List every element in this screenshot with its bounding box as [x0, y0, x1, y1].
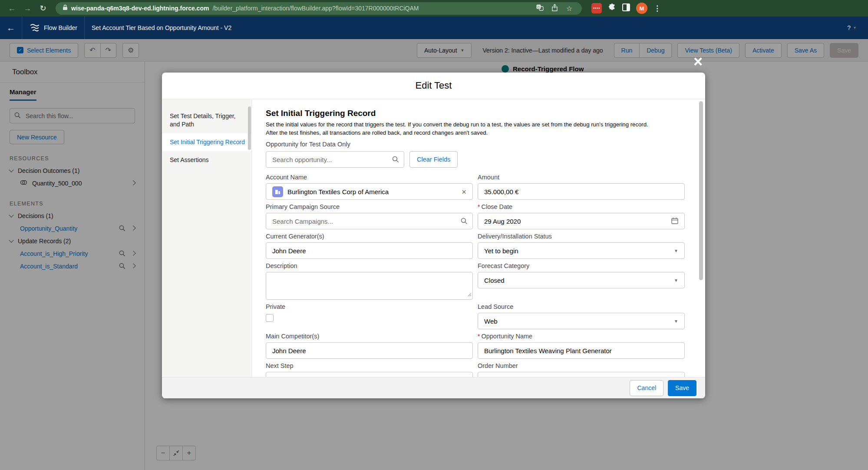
- field-delivery-status: Delivery/Installation Status Yet to begi…: [478, 232, 685, 259]
- nav-scrollbar-thumb[interactable]: [248, 106, 251, 150]
- field-label: Primary Campaign Source: [266, 203, 473, 211]
- section-description: Set the initial values for the record th…: [266, 120, 690, 137]
- current-generators-input[interactable]: [266, 242, 473, 259]
- browser-back-icon[interactable]: ←: [5, 4, 18, 13]
- order-number-input[interactable]: [478, 372, 685, 377]
- bookmark-star-icon[interactable]: ☆: [564, 4, 575, 13]
- extensions-puzzle-icon[interactable]: [608, 3, 616, 13]
- field-account-name: Account Name Burlington Textiles Corp of…: [266, 173, 473, 200]
- flow-builder-logo-icon: [29, 23, 40, 33]
- description-textarea[interactable]: [266, 272, 473, 300]
- chevron-down-icon: ▼: [674, 319, 678, 324]
- field-label: Main Competitor(s): [266, 332, 473, 341]
- field-label: Forecast Category: [478, 262, 685, 270]
- modal-content: Set Initial Triggering Record Set the in…: [252, 99, 705, 377]
- browser-forward-icon[interactable]: →: [21, 4, 34, 13]
- url-path: /builder_platform_interaction/flowBuilde…: [212, 5, 419, 12]
- calendar-icon[interactable]: [671, 217, 678, 225]
- address-bar[interactable]: wise-panda-q6m3q8-dev-ed.lightning.force…: [56, 2, 582, 15]
- password-manager-icon[interactable]: ••••: [591, 3, 602, 13]
- save-button[interactable]: Save: [668, 380, 696, 396]
- section-heading: Set Initial Triggering Record: [266, 109, 690, 118]
- campaign-search-input[interactable]: [266, 213, 473, 229]
- side-panel-icon[interactable]: [622, 3, 630, 13]
- field-label: Current Generator(s): [266, 232, 473, 241]
- modal-title: Edit Test: [416, 80, 452, 91]
- field-lead-source: Lead Source Web ▼: [478, 303, 685, 329]
- browser-reload-icon[interactable]: ↻: [36, 3, 50, 13]
- forecast-category-select[interactable]: Closed ▼: [478, 272, 685, 288]
- opportunity-search-input[interactable]: [266, 151, 404, 168]
- delivery-status-select[interactable]: Yet to begin ▼: [478, 242, 685, 259]
- translate-icon[interactable]: G: [534, 4, 545, 13]
- lead-source-select[interactable]: Web ▼: [478, 313, 685, 329]
- share-icon[interactable]: [549, 4, 560, 13]
- opportunity-name-input[interactable]: [478, 342, 685, 359]
- browser-menu-icon[interactable]: ⋮: [653, 4, 661, 13]
- field-next-step: Next Step: [266, 362, 473, 377]
- field-order-number: Order Number: [478, 362, 685, 377]
- help-menu[interactable]: ?▼: [847, 24, 857, 31]
- field-label: Next Step: [266, 362, 473, 370]
- field-primary-campaign-source: Primary Campaign Source: [266, 203, 473, 229]
- required-indicator: *: [478, 332, 480, 341]
- browser-chrome: ← → ↻ wise-panda-q6m3q8-dev-ed.lightning…: [0, 0, 868, 17]
- account-icon: [272, 186, 283, 197]
- main-competitors-input[interactable]: [266, 342, 473, 359]
- field-amount: Amount: [478, 173, 685, 200]
- campaign-search: [266, 213, 473, 229]
- record-lookup-label: Opportunity for Test Data Only: [266, 140, 690, 149]
- search-icon: [392, 156, 399, 165]
- chevron-down-icon: ▼: [674, 248, 678, 253]
- app-name: Flow Builder: [44, 24, 77, 31]
- modal-close-icon[interactable]: ×: [693, 54, 703, 70]
- close-date-value: 29 Aug 2020: [484, 218, 667, 225]
- content-scrollbar-thumb[interactable]: [699, 101, 703, 280]
- cancel-button[interactable]: Cancel: [630, 380, 663, 396]
- browser-profile-avatar[interactable]: M: [636, 3, 647, 14]
- flow-builder-header: ← Flow Builder Set Account Tier Based on…: [0, 17, 868, 39]
- lock-icon: [63, 4, 68, 12]
- resize-handle-icon[interactable]: [468, 291, 472, 298]
- field-label: Private: [266, 303, 473, 311]
- modal-step-nav: Set Test Details, Trigger, and Path Set …: [162, 99, 252, 377]
- close-date-input[interactable]: 29 Aug 2020: [478, 213, 685, 229]
- field-private: Private: [266, 303, 473, 329]
- field-label: Description: [266, 262, 473, 270]
- next-step-input[interactable]: [266, 372, 473, 377]
- account-name-lookup[interactable]: Burlington Textiles Corp of America ×: [266, 183, 473, 200]
- field-opportunity-name: *Opportunity Name: [478, 332, 685, 359]
- modal-header: Edit Test: [162, 73, 705, 99]
- clear-fields-button[interactable]: Clear Fields: [409, 151, 458, 168]
- field-main-competitors: Main Competitor(s): [266, 332, 473, 359]
- field-forecast-category: Forecast Category Closed ▼: [478, 262, 685, 300]
- nav-step-test-details[interactable]: Set Test Details, Trigger, and Path: [162, 107, 251, 133]
- back-button[interactable]: ←: [0, 23, 22, 33]
- flow-title: Set Account Tier Based on Opportunity Am…: [92, 24, 231, 31]
- edit-test-modal: Edit Test Set Test Details, Trigger, and…: [162, 73, 705, 398]
- modal-footer: Cancel Save: [162, 377, 705, 398]
- field-current-generators: Current Generator(s): [266, 232, 473, 259]
- lead-source-value: Web: [484, 318, 498, 325]
- field-label: Delivery/Installation Status: [478, 232, 685, 241]
- field-label: Order Number: [478, 362, 685, 370]
- field-label: Lead Source: [478, 303, 685, 311]
- search-icon: [461, 218, 468, 226]
- required-indicator: *: [478, 203, 480, 211]
- account-name-value: Burlington Textiles Corp of America: [287, 188, 457, 195]
- delivery-status-value: Yet to begin: [484, 247, 518, 255]
- opportunity-search: [266, 151, 404, 168]
- field-label: Opportunity Name: [481, 332, 532, 341]
- field-label: Amount: [478, 173, 685, 182]
- chevron-down-icon: ▼: [853, 26, 857, 30]
- remove-selection-icon[interactable]: ×: [462, 188, 466, 196]
- chevron-down-icon: ▼: [674, 278, 678, 283]
- field-label: Close Date: [481, 203, 512, 211]
- nav-step-initial-triggering-record[interactable]: Set Initial Triggering Record: [162, 133, 251, 151]
- forecast-category-value: Closed: [484, 277, 505, 284]
- private-checkbox[interactable]: [266, 314, 274, 322]
- field-label: Account Name: [266, 173, 473, 182]
- amount-input[interactable]: [478, 183, 685, 200]
- field-description: Description: [266, 262, 473, 300]
- nav-step-assertions[interactable]: Set Assertions: [162, 151, 251, 169]
